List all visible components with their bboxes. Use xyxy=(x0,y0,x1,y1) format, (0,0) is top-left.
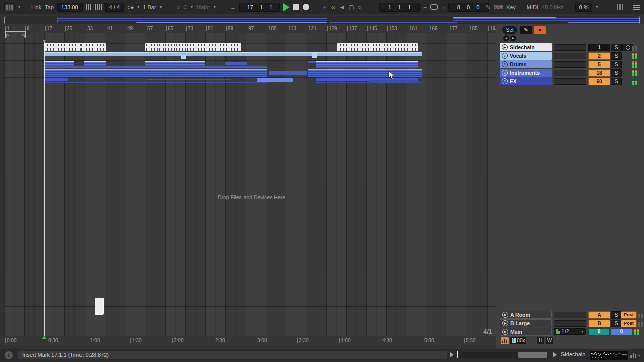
follow-button[interactable]: → xyxy=(230,4,236,10)
time-signature-field[interactable]: 4 / 4 xyxy=(105,3,124,12)
back-to-arrangement-button[interactable]: ● xyxy=(534,26,546,34)
track-activator-button[interactable]: 60 xyxy=(588,78,610,85)
return-track-a[interactable]: ▶A RoomASPost xyxy=(496,311,644,319)
track-header-fx[interactable]: ≡FX60S xyxy=(496,77,644,85)
track-play-icon[interactable]: ▶ xyxy=(502,320,508,326)
punch-out-icon[interactable]: ¬ xyxy=(441,4,445,11)
link-button[interactable]: Link xyxy=(31,4,41,10)
track-name[interactable]: ≡Vocals xyxy=(500,52,552,60)
add-marker-icon[interactable]: ＋ xyxy=(321,3,328,11)
post-button[interactable]: Post xyxy=(621,320,637,327)
control-surface-icon[interactable] xyxy=(4,3,15,11)
group-fold-icon[interactable]: ≡ xyxy=(502,61,508,67)
overdub-icon[interactable]: ∞ xyxy=(331,4,336,11)
tempo-field[interactable]: 133.00 xyxy=(57,3,83,12)
zoom-level-field[interactable]: 1.00x xyxy=(510,337,526,344)
cue-volume-field[interactable]: 0 xyxy=(588,328,610,336)
key-map-button[interactable]: Key xyxy=(506,4,516,10)
draw-mode-icon[interactable]: ✎ xyxy=(486,4,491,11)
post-button[interactable]: Post xyxy=(621,311,637,319)
solo-button[interactable]: S xyxy=(611,61,622,68)
main-track-name[interactable]: ▶Main xyxy=(500,328,552,336)
draw-automation-button[interactable]: ✎ xyxy=(520,26,532,34)
metronome-button[interactable]: ○● xyxy=(127,4,134,10)
ghost-clip[interactable] xyxy=(95,298,104,315)
return-track-b[interactable]: ▶B LargeBSPost xyxy=(496,319,644,327)
stop-button[interactable] xyxy=(293,4,299,10)
main-track[interactable]: ▶Main1/2▾00 xyxy=(496,328,644,336)
midi-map-button[interactable]: MIDI xyxy=(527,4,538,10)
prev-locator-button[interactable]: ◂ xyxy=(503,35,509,41)
width-zoom-button[interactable]: W xyxy=(546,337,553,344)
track-name[interactable]: ≡FX xyxy=(500,77,552,85)
solo-button[interactable]: S xyxy=(611,69,622,77)
track-activator-button[interactable]: 2 xyxy=(588,52,610,60)
panel-toggle-icon[interactable] xyxy=(617,4,623,10)
track-play-icon[interactable]: ▶ xyxy=(502,44,508,50)
time-ruler[interactable]: 0:000:301:001:302:002:303:003:304:004:30… xyxy=(4,336,496,345)
arrangement-grid[interactable] xyxy=(4,33,496,336)
main-volume-field[interactable]: 0 xyxy=(611,328,632,336)
return-track-name[interactable]: ▶A Room xyxy=(500,311,552,319)
track-volume-slider[interactable] xyxy=(554,61,586,68)
audio-engine-icon[interactable] xyxy=(501,337,509,344)
track-activator-button[interactable]: 5 xyxy=(588,61,610,68)
output-meter-icon[interactable] xyxy=(630,352,636,358)
clip-play-icon[interactable] xyxy=(553,352,557,357)
solo-button[interactable]: S xyxy=(611,311,622,319)
loop-start-field[interactable]: 1. 1. 1 xyxy=(379,3,420,12)
loop-switch[interactable] xyxy=(430,4,438,10)
group-fold-icon[interactable]: ≡ xyxy=(502,53,508,59)
mini-play-icon[interactable] xyxy=(450,352,454,357)
tap-tempo-button[interactable]: Tap xyxy=(45,4,54,10)
return-volume-slider[interactable] xyxy=(554,312,586,318)
session-record-icon[interactable]: ▢ xyxy=(348,4,354,11)
height-zoom-button[interactable]: H xyxy=(537,337,544,344)
track-volume-slider[interactable] xyxy=(554,44,586,51)
arrangement-position-field[interactable]: 17. 1. 1 xyxy=(239,3,280,12)
key-scale-chevron-icon[interactable]: ▾ xyxy=(214,5,216,9)
track-volume-slider[interactable] xyxy=(554,70,586,76)
track-header-drums[interactable]: ≡Drums5S xyxy=(496,60,644,68)
output-chevron-icon[interactable]: ▾ xyxy=(638,353,640,358)
quantize-menu[interactable]: 1 Bar xyxy=(143,4,156,10)
solo-button[interactable]: S xyxy=(611,52,622,60)
capture-icon[interactable]: ○ xyxy=(358,4,361,11)
nudge-down-icon[interactable] xyxy=(86,4,91,10)
menu-icon[interactable] xyxy=(633,5,640,10)
cue-out-menu[interactable]: 1/2▾ xyxy=(554,328,586,335)
key-scale-menu[interactable]: Major xyxy=(196,4,210,10)
track-header-instruments[interactable]: ≡Instruments18S xyxy=(496,69,644,77)
track-play-icon[interactable]: ▶ xyxy=(502,312,508,318)
return-activator-button[interactable]: A xyxy=(588,311,610,319)
solo-button[interactable]: S xyxy=(611,320,622,327)
loop-brace[interactable]: ▷◁ xyxy=(5,31,26,38)
control-surface-chevron-icon[interactable]: ▾ xyxy=(18,5,20,9)
arm-button[interactable] xyxy=(622,44,633,51)
quantize-chevron-icon[interactable]: ▾ xyxy=(160,5,162,9)
return-activator-button[interactable]: B xyxy=(588,320,610,327)
horizontal-scrollbar[interactable] xyxy=(459,352,547,358)
track-play-icon[interactable]: ▶ xyxy=(502,329,508,335)
track-volume-slider[interactable] xyxy=(554,78,586,85)
next-locator-button[interactable]: ▸ xyxy=(510,35,516,41)
set-locator-button[interactable]: Set xyxy=(502,26,517,34)
punch-in-icon[interactable]: ⌐ xyxy=(423,4,427,11)
track-name[interactable]: ≡Instruments xyxy=(500,69,552,77)
key-root-menu[interactable]: C xyxy=(183,4,187,10)
computer-midi-keyboard-icon[interactable]: ⌨ xyxy=(494,4,503,11)
cpu-chevron-icon[interactable]: ▾ xyxy=(596,5,598,9)
loop-length-field[interactable]: 8. 0. 0 xyxy=(448,3,489,12)
group-fold-icon[interactable]: ≡ xyxy=(502,78,508,84)
clip-waveform-preview[interactable] xyxy=(590,351,629,361)
solo-button[interactable]: S xyxy=(611,44,622,51)
track-volume-slider[interactable] xyxy=(554,53,586,59)
record-button[interactable] xyxy=(303,4,309,10)
track-name[interactable]: ≡Drums xyxy=(500,60,552,68)
metronome-chevron-icon[interactable]: ▾ xyxy=(137,5,139,9)
group-fold-icon[interactable]: ≡ xyxy=(502,70,508,76)
track-activator-button[interactable]: 18 xyxy=(588,69,610,77)
track-activator-button[interactable]: 1 xyxy=(588,44,610,51)
solo-button[interactable]: S xyxy=(611,78,622,85)
scrollbar-handle[interactable] xyxy=(518,352,547,358)
